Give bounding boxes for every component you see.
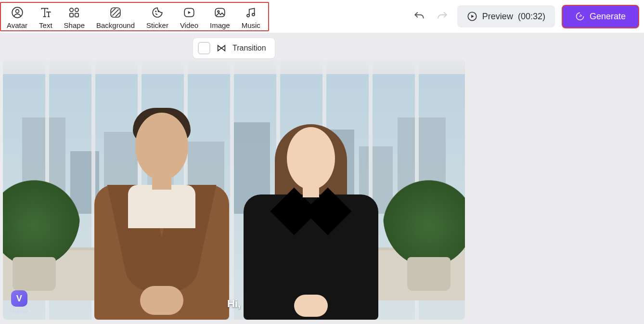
tool-image[interactable]: Image (204, 4, 236, 29)
background-icon (109, 6, 122, 19)
tool-text[interactable]: Text (33, 4, 58, 29)
top-right-actions: Preview (00:32) Generate (411, 5, 639, 28)
transition-label: Transition (232, 44, 266, 52)
tool-sticker-label: Sticker (146, 21, 168, 29)
watermark: V Vidnoz (10, 290, 29, 315)
svg-point-2 (70, 8, 73, 11)
tool-music-label: Music (242, 21, 260, 29)
svg-rect-5 (75, 13, 78, 16)
preview-time: (00:32) (518, 12, 545, 22)
transition-checkbox[interactable] (198, 42, 210, 54)
tool-sticker[interactable]: Sticker (141, 4, 174, 29)
tool-text-label: Text (39, 21, 52, 29)
generate-icon (575, 12, 585, 21)
music-icon (245, 6, 257, 19)
tool-video-label: Video (180, 21, 198, 29)
svg-rect-4 (70, 13, 73, 16)
tool-music[interactable]: Music (236, 4, 266, 29)
top-bar: Avatar Text Shape (0, 0, 644, 33)
tool-background-label: Background (96, 21, 135, 29)
tool-shape-label: Shape (64, 21, 85, 29)
svg-point-13 (252, 13, 255, 15)
scene-ceiling (3, 60, 465, 74)
svg-point-8 (158, 11, 158, 12)
tool-background[interactable]: Background (90, 4, 141, 29)
preview-button[interactable]: Preview (00:32) (457, 5, 555, 27)
watermark-text: Vidnoz (10, 308, 29, 315)
tool-avatar-label: Avatar (7, 21, 27, 29)
transition-toggle[interactable]: Transition (193, 38, 275, 59)
watermark-logo-icon: V (11, 290, 27, 307)
svg-point-7 (155, 11, 156, 12)
svg-point-12 (247, 14, 249, 16)
scene-plant-right (383, 166, 465, 291)
svg-point-15 (580, 16, 580, 17)
text-icon (39, 6, 52, 19)
tool-avatar[interactable]: Avatar (1, 4, 33, 29)
tool-video[interactable]: Video (174, 4, 204, 29)
generate-label: Generate (590, 12, 626, 22)
undo-button[interactable] (411, 8, 427, 25)
canvas-subtitle: Hi, (227, 298, 241, 310)
svg-point-3 (75, 8, 78, 11)
workspace: Transition Hi, V Vidnoz (0, 33, 644, 324)
shape-icon (68, 6, 80, 19)
generate-button[interactable]: Generate (562, 5, 639, 28)
svg-point-1 (15, 9, 19, 13)
sticker-icon (151, 6, 164, 19)
preview-label: Preview (482, 12, 513, 22)
video-canvas[interactable]: Hi, V Vidnoz (3, 60, 465, 320)
tool-shape[interactable]: Shape (58, 4, 90, 29)
avatar-female[interactable] (244, 127, 378, 320)
svg-point-11 (218, 11, 219, 12)
video-icon (183, 6, 195, 19)
image-icon (214, 6, 226, 19)
scene-plant-left (3, 166, 80, 291)
redo-button[interactable] (434, 8, 451, 25)
avatar-male[interactable] (94, 113, 229, 320)
tool-image-label: Image (210, 21, 230, 29)
toolbar: Avatar Text Shape (0, 2, 269, 31)
avatar-icon (11, 6, 24, 19)
transition-icon (216, 43, 227, 53)
play-circle-icon (467, 11, 477, 22)
